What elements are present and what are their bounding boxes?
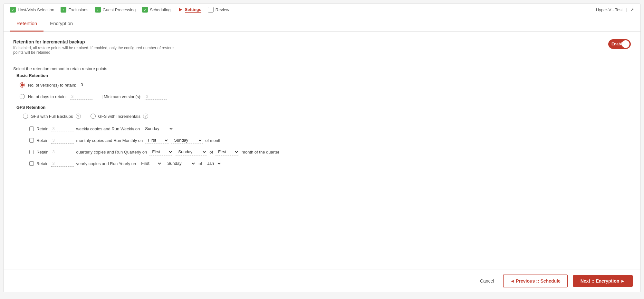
- weekly-retain-input[interactable]: [51, 126, 74, 132]
- min-versions-input[interactable]: [145, 93, 167, 100]
- next-button[interactable]: Next :: Encryption ►: [573, 275, 633, 287]
- gfs-full-backups-label: GFS with Full Backups: [31, 114, 73, 119]
- yearly-retain-label: Retain: [36, 161, 49, 166]
- tab-retention[interactable]: Retention: [10, 16, 43, 32]
- days-radio[interactable]: [20, 94, 25, 99]
- nav-right: Hyper-V - Test | ↗: [596, 7, 634, 12]
- tabs: Retention Encryption: [4, 16, 640, 32]
- yearly-day-select[interactable]: SundayMondayTuesdayWednesdayThursdayFrid…: [165, 160, 196, 167]
- toggle-switch[interactable]: Enabled: [608, 39, 631, 49]
- check-icon-review: [208, 7, 214, 13]
- check-icon-host-vms: ✓: [10, 7, 16, 13]
- monthly-gfs-row: Retain monthly copies and Run Monthly on…: [29, 137, 631, 144]
- basic-retention-label: Basic Retention: [16, 73, 631, 78]
- quarterly-gfs-row: Retain quarterly copies and Run Quarterl…: [29, 148, 631, 155]
- days-input[interactable]: [70, 93, 92, 100]
- nav-steps: ✓ Host/VMs Selection ✓ Exclusions ✓ Gues…: [10, 7, 596, 13]
- external-link-icon[interactable]: ↗: [630, 7, 634, 12]
- weekly-copy-text: weekly copies and Run Weekly on: [76, 126, 140, 131]
- versions-label: No. of version(s) to retain:: [28, 83, 76, 88]
- gfs-incrementals-help-icon[interactable]: ?: [143, 114, 148, 119]
- retention-text-block: Retention for Incremental backup If disa…: [13, 39, 174, 60]
- nav-step-host-vms[interactable]: ✓ Host/VMs Selection: [10, 7, 54, 13]
- toggle-knob: [622, 40, 630, 48]
- footer: Cancel ◄ Previous :: Schedule Next :: En…: [4, 269, 640, 293]
- nav-step-scheduling[interactable]: ✓ Scheduling: [142, 7, 170, 13]
- monthly-retain-input[interactable]: [51, 137, 74, 144]
- quarterly-checkbox[interactable]: [29, 150, 34, 154]
- content-area: Retention for Incremental backup If disa…: [4, 32, 640, 269]
- gfs-full-backups-radio[interactable]: [23, 114, 28, 119]
- quarterly-suffix: month of the quarter: [242, 150, 279, 154]
- monthly-checkbox[interactable]: [29, 138, 34, 143]
- cancel-button[interactable]: Cancel: [476, 276, 498, 286]
- prev-button[interactable]: ◄ Previous :: Schedule: [503, 275, 567, 287]
- weekly-retain-label: Retain: [36, 126, 49, 131]
- gfs-incrementals-item[interactable]: GFS with Incrementals ?: [91, 114, 149, 119]
- gfs-full-backups-help-icon[interactable]: ?: [76, 114, 81, 119]
- versions-radio-row: No. of version(s) to retain:: [20, 82, 631, 88]
- yearly-copy-text: yearly copies and Run Yearly on: [76, 161, 136, 166]
- quarterly-day-select[interactable]: SundayMondayTuesdayWednesdayThursdayFrid…: [176, 148, 207, 155]
- yearly-month-select[interactable]: JanFebMarAprMayJunJulAugSepOctNovDec: [205, 160, 222, 167]
- min-versions-label: | Minimum version(s):: [101, 94, 141, 99]
- gfs-full-backups-item[interactable]: GFS with Full Backups ?: [23, 114, 81, 119]
- retention-section-title: Retention for Incremental backup: [13, 39, 174, 44]
- check-icon-guest-processing: ✓: [95, 7, 101, 13]
- quarterly-of-text: of: [209, 150, 213, 154]
- nav-step-label-host-vms: Host/VMs Selection: [18, 7, 54, 12]
- quarterly-week-select[interactable]: FirstSecondThirdFourthLast: [149, 148, 173, 155]
- check-icon-scheduling: ✓: [142, 7, 148, 13]
- nav-step-label-scheduling: Scheduling: [150, 7, 170, 12]
- yearly-gfs-row: Retain yearly copies and Run Yearly on F…: [29, 160, 631, 167]
- weekly-day-select[interactable]: SundayMondayTuesdayWednesdayThursdayFrid…: [142, 125, 174, 132]
- retention-info-block: Retention for Incremental backup If disa…: [13, 39, 631, 60]
- quarterly-month-select[interactable]: FirstSecondThird: [216, 148, 239, 155]
- weekly-checkbox[interactable]: [29, 126, 34, 131]
- nav-step-label-exclusions: Exclusions: [68, 7, 88, 12]
- gfs-incrementals-radio[interactable]: [91, 114, 96, 119]
- days-radio-row: No. of days to retain: | Minimum version…: [20, 93, 631, 100]
- nav-step-label-settings: Settings: [185, 7, 201, 13]
- nav-step-review[interactable]: Review: [208, 7, 229, 13]
- retention-method-label: Select the retention method to retain re…: [13, 66, 631, 71]
- nav-divider: |: [626, 7, 627, 12]
- gfs-incrementals-label: GFS with Incrementals: [98, 114, 141, 119]
- quarterly-retain-label: Retain: [36, 150, 49, 154]
- nav-step-guest-processing[interactable]: ✓ Guest Processing: [95, 7, 136, 13]
- nav-step-settings[interactable]: Settings: [177, 7, 201, 13]
- monthly-suffix: of month: [205, 138, 222, 143]
- nav-step-label-review: Review: [216, 7, 229, 12]
- quarterly-copy-text: quarterly copies and Run Quarterly on: [76, 150, 147, 154]
- versions-radio[interactable]: [20, 82, 25, 88]
- yearly-retain-input[interactable]: [51, 160, 74, 167]
- days-label: No. of days to retain:: [28, 94, 67, 99]
- gfs-radio-row: GFS with Full Backups ? GFS with Increme…: [23, 114, 631, 119]
- monthly-retain-label: Retain: [36, 138, 49, 143]
- nav-step-exclusions[interactable]: ✓ Exclusions: [61, 7, 88, 13]
- gfs-label: GFS Retention: [16, 105, 631, 110]
- yearly-checkbox[interactable]: [29, 161, 34, 166]
- yearly-week-select[interactable]: FirstSecondThirdFourthLast: [139, 160, 162, 167]
- monthly-day-select[interactable]: SundayMondayTuesdayWednesdayThursdayFrid…: [171, 137, 203, 144]
- monthly-week-select[interactable]: FirstSecondThirdFourthLast: [145, 137, 169, 144]
- tab-encryption[interactable]: Encryption: [43, 16, 79, 32]
- nav-step-label-guest-processing: Guest Processing: [103, 7, 136, 12]
- check-icon-exclusions: ✓: [61, 7, 66, 13]
- quarterly-retain-input[interactable]: [51, 149, 74, 155]
- top-nav: ✓ Host/VMs Selection ✓ Exclusions ✓ Gues…: [4, 4, 640, 16]
- toggle-container[interactable]: Enabled: [608, 39, 631, 49]
- weekly-gfs-row: Retain weekly copies and Run Weekly on S…: [29, 125, 631, 132]
- retention-section-desc: If disabled, all restore points will be …: [13, 46, 174, 55]
- monthly-copy-text: monthly copies and Run Monthly on: [76, 138, 143, 143]
- play-icon-settings: [177, 7, 183, 13]
- yearly-of-text: of: [198, 161, 202, 166]
- versions-input[interactable]: [80, 82, 96, 88]
- svg-marker-1: [179, 8, 182, 12]
- app-title: Hyper-V - Test: [596, 7, 623, 12]
